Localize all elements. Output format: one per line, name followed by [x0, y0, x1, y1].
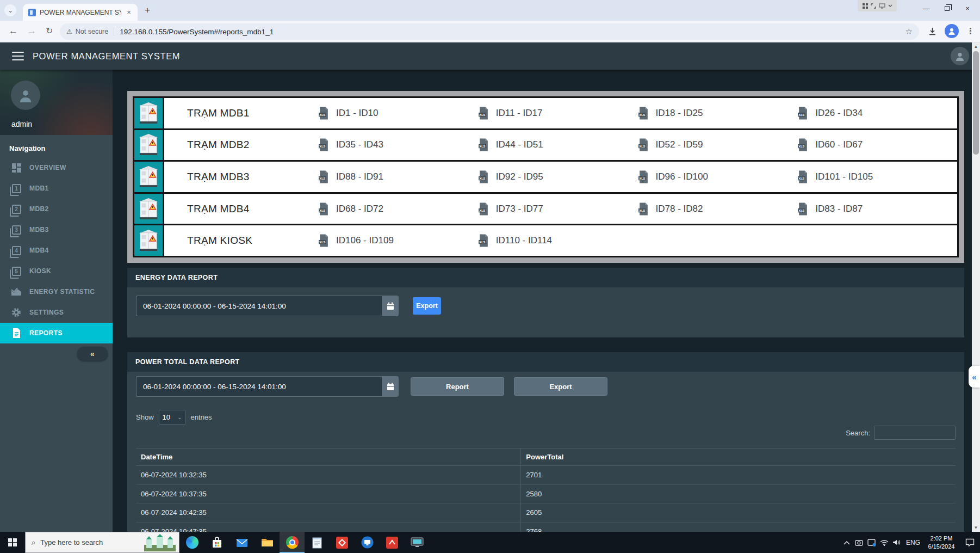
window-minimize-button[interactable]: — — [916, 0, 936, 16]
clock[interactable]: 2:02 PM 6/15/2024 — [923, 534, 959, 551]
taskbar-search[interactable]: ⌕ Type here to search — [25, 532, 179, 553]
station-report-link[interactable]: XLS ID44 - ID51 — [478, 130, 638, 161]
bookmark-star-icon[interactable]: ☆ — [905, 27, 913, 36]
hamburger-menu-icon[interactable] — [12, 52, 24, 60]
page-size-select[interactable]: 10 ⌄ — [159, 410, 186, 425]
svg-text:XLS: XLS — [319, 145, 325, 148]
report-button[interactable]: Report — [411, 377, 504, 396]
taskbar-app-display-tool[interactable] — [405, 532, 430, 553]
tray-capture-icon[interactable] — [853, 539, 865, 546]
scroll-up-arrow[interactable]: ▲ — [972, 42, 980, 51]
date-range-input[interactable] — [136, 376, 382, 397]
page-scrollbar[interactable]: ▲ ▼ — [972, 42, 980, 532]
table-row: 06-07-2024 10:37:35 2580 — [136, 485, 956, 504]
user-avatar[interactable] — [951, 47, 969, 65]
taskbar-app-red-tool[interactable] — [330, 532, 355, 553]
url-text[interactable]: 192.168.0.155/PowerSystem#/reports_mdb1_… — [120, 28, 274, 36]
tray-wifi-icon[interactable] — [878, 539, 890, 546]
station-report-link[interactable]: XLS ID73 - ID77 — [478, 194, 638, 224]
stations-table: TRẠM MDB1 XLS ID1 - ID10 XLS ID11 - ID17… — [127, 91, 964, 263]
username: admin — [11, 120, 32, 128]
scroll-down-arrow[interactable]: ▼ — [972, 524, 980, 532]
sidebar-item-reports[interactable]: REPORTS — [0, 323, 113, 343]
sidebar-item-mdb4[interactable]: 4 MDB4 — [0, 240, 113, 261]
notification-icon — [965, 538, 975, 546]
window-close-button[interactable]: × — [957, 0, 978, 16]
taskbar-app-mail[interactable] — [230, 532, 255, 553]
sidebar-collapse-button[interactable]: « — [77, 347, 108, 361]
station-report-link[interactable]: XLS ID88 - ID91 — [318, 162, 478, 192]
taskbar-app-store[interactable] — [204, 532, 230, 553]
column-header-datetime[interactable]: DateTime — [136, 448, 521, 465]
taskbar-app-chrome[interactable] — [280, 532, 305, 553]
search-highlight-image[interactable] — [142, 534, 178, 552]
tray-app-status-icon[interactable] — [865, 539, 878, 546]
tab-close-icon[interactable]: × — [125, 8, 133, 16]
xls-file-icon: XLS — [638, 202, 649, 216]
energy-export-button[interactable]: Export — [413, 297, 441, 315]
address-bar[interactable]: ⚠ Not secure 192.168.0.155/PowerSystem#/… — [60, 23, 919, 40]
station-report-link[interactable]: XLS ID11 - ID17 — [478, 98, 638, 128]
taskbar-app-remote-viewer[interactable] — [355, 532, 380, 553]
side-panel-toggle[interactable]: « — [969, 366, 980, 388]
sidebar-item-mdb3[interactable]: 3 MDB3 — [0, 219, 113, 240]
power-export-button[interactable]: Export — [514, 377, 607, 396]
xls-file-icon: XLS — [318, 106, 330, 120]
chevrons-left-icon: « — [90, 349, 95, 358]
window-restore-button[interactable] — [936, 0, 957, 16]
substation-cabinet-icon — [134, 162, 164, 192]
taskbar-app-notepad[interactable] — [305, 532, 330, 553]
forward-button[interactable]: → — [27, 26, 36, 36]
station-report-link[interactable]: XLS ID106 - ID109 — [318, 225, 478, 256]
tab-search-button[interactable]: ⌄ — [4, 4, 16, 16]
taskbar-app-red-tool-2[interactable] — [380, 532, 405, 553]
security-badge[interactable]: Not secure — [76, 28, 114, 35]
language-indicator[interactable]: ENG — [903, 539, 923, 546]
station-report-link[interactable]: XLS ID96 - ID100 — [638, 162, 798, 192]
station-report-link[interactable]: XLS ID1 - ID10 — [318, 98, 478, 128]
browser-menu-button[interactable]: ⋮ — [966, 26, 975, 36]
back-button[interactable]: ← — [9, 26, 18, 36]
tray-expand-chevron[interactable] — [840, 540, 853, 545]
date-range-input[interactable] — [136, 296, 382, 316]
station-report-link[interactable]: XLS ID83 - ID87 — [797, 194, 957, 224]
station-report-link[interactable]: XLS ID92 - ID95 — [478, 162, 638, 192]
station-report-link[interactable]: XLS ID68 - ID72 — [318, 194, 478, 224]
column-header-powertotal[interactable]: PowerTotal — [521, 448, 956, 465]
sidebar-item-mdb2[interactable]: 2 MDB2 — [0, 199, 113, 219]
station-report-link[interactable]: XLS ID60 - ID67 — [797, 130, 957, 161]
new-tab-button[interactable]: + — [145, 5, 150, 16]
sidebar-item-overview[interactable]: OVERVIEW — [0, 157, 113, 178]
search-input[interactable] — [874, 426, 956, 440]
taskbar-app-explorer[interactable] — [255, 532, 280, 553]
station-report-link[interactable]: XLS ID78 - ID82 — [638, 194, 798, 224]
speaker-icon — [892, 539, 901, 546]
station-report-link[interactable]: XLS ID52 - ID59 — [638, 130, 798, 161]
station-report-link[interactable]: XLS ID26 - ID34 — [797, 98, 957, 128]
downloads-button[interactable] — [928, 27, 937, 36]
calendar-button[interactable] — [382, 376, 399, 397]
sidebar-item-kiosk[interactable]: 5 KIOSK — [0, 261, 113, 281]
sidebar-user-panel: admin — [0, 70, 113, 135]
remote-session-toolbar[interactable] — [858, 0, 897, 11]
chevrons-left-icon: « — [972, 372, 976, 382]
browser-tab[interactable]: POWER MANAGEMENT SYSTEM × — [23, 4, 138, 21]
sidebar-item-energy-statistic[interactable]: ENERGY STATISTIC — [0, 281, 113, 302]
sidebar-item-mdb1[interactable]: 1 MDB1 — [0, 178, 113, 199]
calendar-button[interactable] — [382, 296, 399, 316]
sidebar-item-settings[interactable]: SETTINGS — [0, 302, 113, 323]
action-center-button[interactable] — [959, 538, 980, 546]
scrollbar-thumb[interactable] — [973, 51, 979, 155]
svg-text:XLS: XLS — [639, 208, 645, 212]
taskbar-app-edge[interactable] — [179, 532, 204, 553]
station-name: TRẠM MDB2 — [164, 130, 318, 161]
station-report-link[interactable]: XLS ID101 - ID105 — [797, 162, 957, 192]
start-button[interactable] — [0, 532, 25, 553]
station-report-link[interactable]: XLS ID35 - ID43 — [318, 130, 478, 161]
tray-volume-icon[interactable] — [890, 539, 903, 546]
browser-profile-avatar[interactable] — [945, 24, 959, 38]
station-report-link[interactable]: XLS ID110 - ID114 — [478, 225, 638, 256]
station-report-link[interactable]: XLS ID18 - ID25 — [638, 98, 798, 128]
svg-text:XLS: XLS — [479, 241, 485, 244]
reload-button[interactable]: ↻ — [46, 26, 53, 36]
